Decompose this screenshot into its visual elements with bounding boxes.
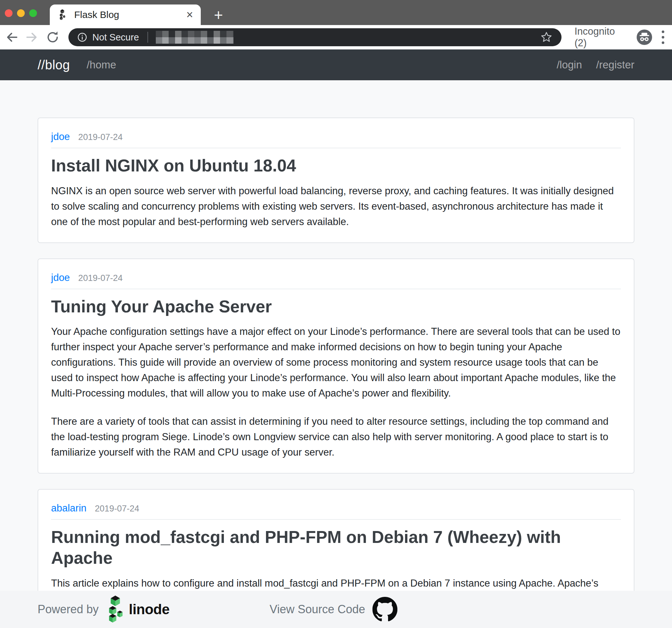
powered-by-label: Powered by	[38, 603, 99, 616]
meta-divider	[51, 519, 621, 520]
post-paragraph: There are a variety of tools that can as…	[51, 414, 621, 460]
bookmark-star-icon[interactable]	[540, 31, 552, 43]
post-paragraphs: Your Apache configuration settings have …	[51, 324, 621, 460]
footer: Powered by linode	[0, 591, 672, 628]
redacted-url	[156, 31, 234, 44]
close-window-button[interactable]	[5, 9, 13, 17]
author-link[interactable]: abalarin	[51, 502, 87, 514]
post-title: Install NGINX on Ubuntu 18.04	[51, 155, 621, 176]
view-source-link[interactable]: View Source Code	[269, 597, 398, 622]
post-card: jdoe 2019-07-24 Tuning Your Apache Serve…	[38, 258, 634, 474]
linode-logo-icon	[105, 596, 126, 623]
site-navbar: //blog /home /login /register	[0, 49, 672, 80]
author-link[interactable]: jdoe	[51, 131, 70, 143]
address-bar[interactable]: Not Secure	[68, 28, 561, 46]
post-paragraph: NGINX is an open source web server with …	[51, 183, 621, 230]
browser-tab[interactable]: Flask Blog ×	[50, 4, 201, 25]
incognito-label: Incognito (2)	[574, 26, 630, 49]
navbar-brand[interactable]: //blog	[38, 58, 70, 72]
post-date: 2019-07-24	[78, 273, 123, 283]
info-icon[interactable]	[77, 32, 87, 42]
post-card: jdoe 2019-07-24 Install NGINX on Ubuntu …	[38, 118, 634, 243]
post-paragraph: Your Apache configuration settings have …	[51, 324, 621, 401]
tab-strip: Flask Blog × +	[0, 0, 672, 25]
minimize-window-button[interactable]	[17, 9, 25, 17]
maximize-window-button[interactable]	[29, 9, 37, 17]
view-source-label: View Source Code	[269, 603, 365, 616]
linode-favicon-icon	[57, 9, 67, 20]
tab-title: Flask Blog	[74, 9, 186, 20]
incognito-badge-icon	[637, 29, 652, 45]
nav-link-login[interactable]: /login	[557, 59, 582, 71]
back-arrow-icon	[4, 30, 19, 44]
browser-menu-button[interactable]	[662, 30, 664, 44]
tab-close-button[interactable]: ×	[186, 9, 193, 21]
new-tab-button[interactable]: +	[208, 4, 229, 25]
not-secure-label: Not Secure	[92, 32, 139, 43]
linode-link[interactable]: linode	[105, 596, 170, 623]
omnibox-separator	[147, 32, 148, 43]
post-paragraphs: NGINX is an open source web server with …	[51, 183, 621, 230]
meta-divider	[51, 148, 621, 148]
nav-link-register[interactable]: /register	[596, 59, 634, 71]
linode-wordmark: linode	[129, 601, 170, 618]
author-link[interactable]: jdoe	[51, 272, 70, 283]
meta-divider	[51, 288, 621, 289]
reload-button[interactable]	[44, 28, 62, 46]
post-title: Running mod_fastcgi and PHP-FPM on Debia…	[51, 527, 621, 568]
reload-icon	[46, 30, 60, 44]
browser-window: Flask Blog × +	[0, 0, 672, 628]
post-meta: jdoe 2019-07-24	[51, 272, 621, 283]
post-date: 2019-07-24	[78, 132, 123, 142]
back-button[interactable]	[3, 28, 21, 46]
post-date: 2019-07-24	[95, 504, 139, 514]
post-list: jdoe 2019-07-24 Install NGINX on Ubuntu …	[0, 80, 672, 620]
post-title: Tuning Your Apache Server	[51, 296, 621, 317]
window-controls	[5, 9, 37, 17]
forward-button[interactable]	[23, 28, 41, 46]
post-meta: abalarin 2019-07-24	[51, 502, 621, 514]
github-icon	[372, 597, 398, 622]
post-meta: jdoe 2019-07-24	[51, 131, 621, 143]
browser-toolbar: Not Secure Incognito (2)	[0, 25, 672, 49]
nav-link-home[interactable]: /home	[87, 59, 116, 71]
forward-arrow-icon	[25, 30, 39, 44]
